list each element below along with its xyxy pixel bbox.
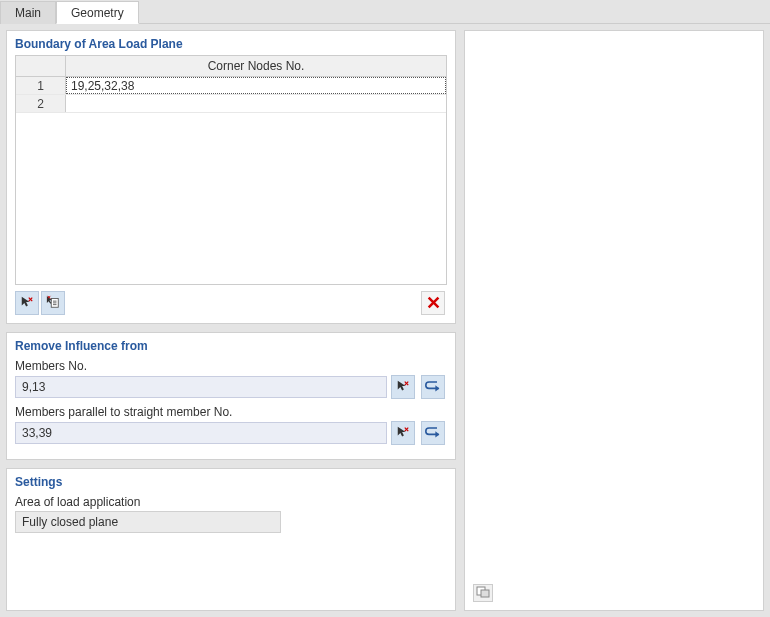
row-number-header	[16, 56, 66, 76]
delete-icon: ✕	[426, 294, 441, 312]
column-header-corner-nodes: Corner Nodes No.	[66, 56, 446, 76]
parallel-members-label: Members parallel to straight member No.	[15, 405, 447, 419]
tab-bar: Main Geometry	[0, 0, 770, 24]
boundary-title: Boundary of Area Load Plane	[15, 37, 447, 51]
svg-rect-13	[481, 590, 489, 597]
row-number: 1	[16, 77, 66, 94]
corner-nodes-cell[interactable]	[66, 95, 446, 112]
cursor-pick-icon	[396, 379, 410, 396]
preview-pane	[464, 30, 764, 611]
settings-panel: Settings Area of load application Fully …	[6, 468, 456, 611]
preview-options-button[interactable]	[473, 584, 493, 602]
reverse-arrow-icon	[425, 425, 441, 442]
corner-nodes-cell[interactable]: 19,25,32,38	[66, 77, 446, 94]
members-label: Members No.	[15, 359, 447, 373]
corner-nodes-table[interactable]: Corner Nodes No. 1 19,25,32,38 2	[15, 55, 447, 285]
boundary-toolbar: ✕	[15, 291, 447, 315]
boundary-panel: Boundary of Area Load Plane Corner Nodes…	[6, 30, 456, 324]
delete-row-button[interactable]: ✕	[421, 291, 445, 315]
row-number: 2	[16, 95, 66, 112]
workspace: Boundary of Area Load Plane Corner Nodes…	[0, 24, 770, 617]
pick-nodes-list-button[interactable]	[41, 291, 65, 315]
cursor-pick-icon	[20, 295, 34, 312]
reverse-members-button[interactable]	[421, 375, 445, 399]
table-header-row: Corner Nodes No.	[16, 56, 446, 77]
settings-title: Settings	[15, 475, 447, 489]
pick-members-button[interactable]	[391, 375, 415, 399]
reverse-arrow-icon	[425, 379, 441, 396]
preview-options-icon	[476, 586, 490, 601]
area-of-load-dropdown[interactable]: Fully closed plane	[15, 511, 281, 533]
pick-parallel-members-button[interactable]	[391, 421, 415, 445]
remove-influence-title: Remove Influence from	[15, 339, 447, 353]
pick-nodes-button[interactable]	[15, 291, 39, 315]
cursor-list-icon	[46, 295, 60, 312]
area-of-load-label: Area of load application	[15, 495, 447, 509]
table-row[interactable]: 1 19,25,32,38	[16, 77, 446, 95]
reverse-parallel-members-button[interactable]	[421, 421, 445, 445]
parallel-members-input[interactable]: 33,39	[15, 422, 387, 444]
members-input[interactable]: 9,13	[15, 376, 387, 398]
cursor-pick-icon	[396, 425, 410, 442]
tab-main[interactable]: Main	[0, 1, 56, 24]
remove-influence-panel: Remove Influence from Members No. 9,13 M…	[6, 332, 456, 460]
left-column: Boundary of Area Load Plane Corner Nodes…	[6, 30, 456, 611]
tab-geometry[interactable]: Geometry	[56, 1, 139, 24]
table-row[interactable]: 2	[16, 95, 446, 113]
